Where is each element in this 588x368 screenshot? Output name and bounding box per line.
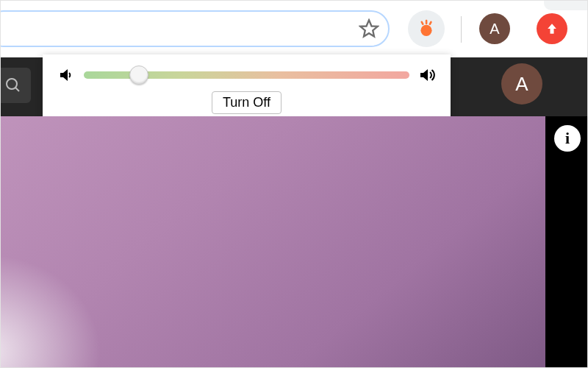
- speaker-low-icon: [57, 66, 75, 84]
- speaker-high-icon: [418, 66, 436, 84]
- update-badge[interactable]: [537, 13, 567, 44]
- svg-point-1: [420, 25, 431, 36]
- bookmark-star-icon[interactable]: [359, 18, 379, 39]
- svg-rect-3: [426, 20, 428, 24]
- volume-slider-thumb[interactable]: [129, 66, 148, 85]
- volume-slider[interactable]: [84, 71, 409, 79]
- search-icon: [4, 77, 22, 94]
- arrow-up-icon: [545, 21, 559, 36]
- toolbar-divider: [461, 16, 462, 43]
- extension-button[interactable]: [408, 10, 445, 47]
- svg-line-6: [15, 88, 19, 91]
- profile-avatar-appbar[interactable]: A: [501, 63, 542, 105]
- address-bar[interactable]: [0, 10, 390, 47]
- search-button[interactable]: [0, 68, 31, 103]
- info-button[interactable]: i: [554, 125, 581, 152]
- svg-rect-2: [420, 21, 424, 25]
- browser-chrome-edge: [544, 0, 588, 10]
- profile-avatar-toolbar[interactable]: A: [479, 13, 510, 44]
- svg-marker-0: [360, 20, 377, 36]
- volume-extension-icon: [416, 18, 437, 39]
- turn-off-button[interactable]: Turn Off: [212, 91, 282, 114]
- svg-rect-4: [429, 21, 432, 25]
- video-viewport[interactable]: [0, 116, 545, 368]
- content-area: i: [0, 116, 588, 368]
- svg-point-5: [7, 79, 17, 89]
- video-sidebar: [545, 116, 588, 368]
